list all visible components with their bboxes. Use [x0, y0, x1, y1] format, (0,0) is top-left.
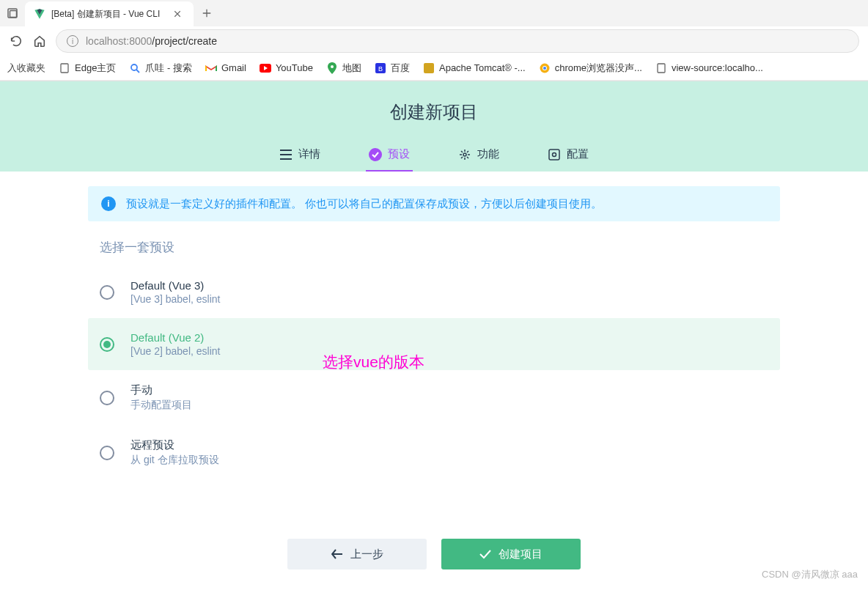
preset-desc: 从 git 仓库拉取预设 — [130, 454, 219, 467]
preset-desc: [Vue 2] babel, eslint — [130, 345, 220, 357]
browser-tab[interactable]: [Beta] 创建新项目 - Vue CLI — [25, 1, 194, 26]
gear-icon — [548, 148, 561, 161]
svg-point-15 — [553, 152, 556, 156]
watermark: CSDN @清风微凉 aaa — [762, 568, 858, 581]
preset-desc: [Vue 3] babel, eslint — [130, 293, 220, 305]
tab-features[interactable]: 功能 — [455, 140, 502, 172]
check-icon — [479, 549, 491, 559]
preset-remote[interactable]: 远程预设 从 git 仓库拉取预设 — [88, 425, 780, 480]
info-text: 预设就是一套定义好的插件和配置。 你也可以将自己的配置保存成预设，方便以后创建项… — [126, 197, 602, 211]
svg-rect-8 — [424, 63, 434, 73]
preset-desc: 手动配置项目 — [130, 399, 192, 412]
svg-rect-2 — [61, 64, 68, 73]
preset-title: 远程预设 — [130, 438, 219, 452]
footer-buttons: 上一步 创建项目 — [287, 539, 581, 569]
radio-icon — [100, 285, 114, 300]
radio-icon — [100, 391, 114, 405]
tab-bar: [Beta] 创建新项目 - Vue CLI — [0, 0, 868, 26]
tab-title: [Beta] 创建新项目 - Vue CLI — [51, 8, 167, 21]
tomcat-icon — [423, 62, 435, 74]
chrome-icon — [539, 62, 551, 74]
bookmark-chrome[interactable]: chrome浏览器没声... — [539, 62, 642, 75]
section-title: 选择一套预设 — [100, 239, 780, 256]
preset-title: 手动 — [130, 383, 192, 397]
url-text: localhost:8000/project/create — [86, 35, 217, 47]
baidu-icon: B — [375, 62, 386, 74]
list-icon — [279, 148, 293, 161]
page-header: 创建新项目 详情 预设 功能 配置 — [0, 81, 868, 172]
search-icon — [129, 62, 141, 74]
tab-details[interactable]: 详情 — [276, 140, 323, 172]
site-info-icon[interactable]: i — [67, 35, 78, 47]
new-tab-button[interactable] — [196, 3, 217, 23]
svg-text:B: B — [378, 65, 383, 73]
page-title: 创建新项目 — [0, 100, 868, 124]
tab-config[interactable]: 配置 — [545, 140, 592, 172]
page-icon — [655, 62, 667, 74]
tab-presets[interactable]: 预设 — [366, 140, 413, 172]
svg-rect-12 — [658, 64, 665, 73]
bookmark-viewsource[interactable]: view-source:localho... — [655, 62, 763, 74]
info-icon: i — [101, 196, 116, 211]
favorites-label[interactable]: 入收藏夹 — [7, 62, 45, 75]
info-banner: i 预设就是一套定义好的插件和配置。 你也可以将自己的配置保存成预设，方便以后创… — [88, 186, 780, 221]
maps-icon — [326, 62, 338, 74]
bookmark-youtube[interactable]: YouTube — [260, 62, 313, 74]
content-area: i 预设就是一套定义好的插件和配置。 你也可以将自己的配置保存成预设，方便以后创… — [0, 186, 868, 480]
tool-icon — [458, 148, 471, 161]
preset-vue2[interactable]: Default (Vue 2) [Vue 2] babel, eslint — [88, 318, 780, 370]
refresh-button[interactable] — [9, 34, 23, 48]
bookmark-tomcat[interactable]: Apache Tomcat® -... — [423, 62, 526, 74]
close-tab-icon[interactable] — [173, 8, 185, 20]
browser-chrome: [Beta] 创建新项目 - Vue CLI i localhost:8000/… — [0, 0, 868, 81]
svg-point-3 — [131, 64, 137, 70]
bookmark-search[interactable]: 爪哇 - 搜索 — [129, 62, 192, 75]
svg-point-13 — [463, 153, 466, 156]
bookmark-gmail[interactable]: Gmail — [205, 62, 246, 74]
create-button[interactable]: 创建项目 — [441, 539, 581, 569]
preset-list: Default (Vue 3) [Vue 3] babel, eslint De… — [88, 266, 780, 480]
window-icon[interactable] — [6, 7, 19, 20]
address-bar-row: i localhost:8000/project/create — [0, 26, 868, 56]
svg-rect-14 — [549, 150, 559, 160]
check-circle-icon — [369, 148, 382, 161]
address-bar[interactable]: i localhost:8000/project/create — [56, 29, 859, 53]
gmail-icon — [205, 62, 217, 74]
radio-icon — [100, 446, 114, 460]
vue-favicon-icon — [34, 8, 45, 20]
youtube-icon — [260, 62, 271, 74]
svg-point-11 — [543, 67, 546, 70]
svg-rect-1 — [10, 11, 17, 18]
bookmark-baidu[interactable]: B 百度 — [375, 62, 410, 75]
bookmark-edge[interactable]: Edge主页 — [59, 62, 116, 75]
home-button[interactable] — [32, 34, 47, 48]
page-icon — [59, 62, 70, 74]
prev-button[interactable]: 上一步 — [287, 539, 427, 569]
preset-vue3[interactable]: Default (Vue 3) [Vue 3] babel, eslint — [88, 266, 780, 318]
step-tabs: 详情 预设 功能 配置 — [0, 140, 868, 172]
annotation-text: 选择vue的版本 — [323, 352, 424, 372]
preset-title: Default (Vue 2) — [130, 331, 220, 344]
arrow-left-icon — [331, 549, 343, 559]
radio-icon — [100, 337, 114, 352]
preset-manual[interactable]: 手动 手动配置项目 — [88, 370, 780, 425]
preset-title: Default (Vue 3) — [130, 279, 220, 292]
bookmarks-bar: 入收藏夹 Edge主页 爪哇 - 搜索 Gmail YouTube 地图 B 百… — [0, 56, 868, 81]
bookmark-maps[interactable]: 地图 — [326, 62, 361, 75]
svg-point-5 — [331, 65, 334, 68]
